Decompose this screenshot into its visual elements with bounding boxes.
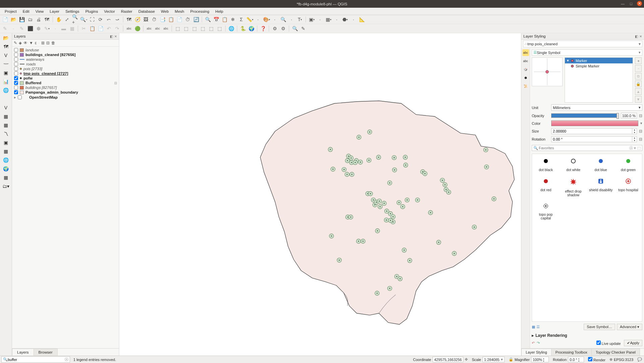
scale-box[interactable]: 1:284085 ▾ [482, 357, 505, 362]
toolbar-button[interactable]: abc [125, 25, 133, 32]
toolbar-button[interactable]: 🖼 [142, 16, 149, 23]
toolbar-button[interactable]: 📄 [176, 16, 183, 23]
layer-row[interactable]: waterways [13, 57, 118, 62]
left-strip-button[interactable]: 📊 [2, 78, 10, 85]
favorite-symbol[interactable]: dot white [560, 154, 587, 174]
toolbar-button[interactable]: 📋 [88, 25, 96, 32]
layer-visibility-checkbox[interactable] [14, 62, 18, 66]
toolbar-button[interactable]: · [254, 16, 262, 23]
toolbar-button[interactable]: ⬚ [191, 25, 198, 32]
toolbar-button[interactable]: · [271, 16, 278, 23]
size-input[interactable]: ▴▾ [551, 128, 637, 134]
move-down-icon[interactable]: ▼ [635, 96, 642, 103]
favorites-grid[interactable]: dot blackdot whitedot bluedot greendot r… [532, 154, 642, 322]
left-strip-button[interactable]: ▣ [2, 69, 10, 76]
toolbar-button[interactable]: · [333, 16, 340, 23]
layer-row[interactable]: Buffered⊟ [13, 81, 118, 85]
layer-row[interactable]: tmp pois_cleaned [2727] [13, 71, 118, 76]
crs-icon[interactable]: ⊕ [609, 357, 613, 362]
toolbar-button[interactable]: 📏 [246, 16, 253, 23]
toolbar-button[interactable]: 🔄 [192, 16, 200, 23]
layer-visibility-checkbox[interactable] [14, 67, 18, 71]
layer-row[interactable]: buildings [827657] [13, 85, 118, 90]
toolbar-button[interactable]: 🗂 [26, 16, 34, 23]
layer-visibility-checkbox[interactable] [14, 71, 18, 75]
remove-symbol-layer-icon[interactable]: － [635, 65, 642, 72]
apply-button[interactable]: ✔Apply [624, 340, 642, 346]
left-strip-button[interactable]: 🗂▾ [2, 183, 10, 190]
toolbar-button[interactable]: 🔍 [279, 16, 287, 23]
toolbar-button[interactable]: ⟳ [97, 16, 104, 23]
toolbar-button[interactable]: ✋ [55, 16, 62, 23]
toolbar-button[interactable]: ❓ [259, 25, 267, 32]
toolbar-button[interactable]: ⏱ [184, 16, 191, 23]
toolbar-button[interactable]: ✎ [1, 25, 9, 32]
layer-row[interactable]: ▸OpenStreetMap [13, 95, 118, 100]
coord-box[interactable]: 429575,1663256 [433, 357, 464, 362]
symbol-tree[interactable]: ▾Marker Simple Marker [565, 57, 633, 103]
layer-row[interactable]: buildings_cleaned [827656] [13, 52, 118, 57]
toolbar-button[interactable]: 📂 [10, 16, 17, 23]
expand-icon[interactable]: ⊞ [41, 41, 45, 45]
right-tab[interactable]: Layer Styling [521, 349, 552, 356]
toolbar-button[interactable]: T [296, 16, 304, 23]
toolbar-button[interactable]: 🌍 [248, 25, 255, 32]
left-strip-button[interactable]: V [2, 52, 10, 59]
left-strip-button[interactable]: ▣ [2, 139, 10, 146]
toolbar-button[interactable]: ✎ [300, 25, 307, 32]
favorite-symbol[interactable]: dot blue [587, 154, 615, 174]
maximize-icon[interactable]: □ [629, 1, 634, 6]
toolbar-button[interactable]: 🐍 [239, 25, 247, 32]
undo-style-icon[interactable]: ↶ [532, 341, 535, 345]
toolbar-button[interactable]: 📄 [1, 16, 9, 23]
minimize-icon[interactable]: — [620, 1, 625, 6]
toolbar-button[interactable]: ⬚ [207, 25, 215, 32]
favorite-symbol[interactable]: topo pop capital [532, 199, 560, 222]
menu-project[interactable]: Project [2, 9, 19, 14]
magnifier-box[interactable]: 100%▴▾ [531, 357, 549, 362]
toolbar-button[interactable]: 🗺 [43, 16, 51, 23]
toolbar-button[interactable]: ⬚ [216, 25, 223, 32]
toolbar-button[interactable]: 🗺 [125, 16, 133, 23]
expression-icon[interactable]: ε [35, 41, 37, 45]
toolbar-button[interactable]: ⬚ [182, 25, 190, 32]
toolbar-button[interactable]: · [288, 16, 295, 23]
menu-processing[interactable]: Processing [188, 9, 212, 14]
panel-tab-layers[interactable]: Layers [12, 349, 34, 356]
toolbar-button[interactable]: ⚙ [271, 25, 278, 32]
menu-settings[interactable]: Settings [63, 9, 82, 14]
toolbar-button[interactable]: ⬚ [174, 25, 181, 32]
opacity-value[interactable]: 100.0 % [622, 114, 636, 118]
toolbar-button[interactable]: · [316, 16, 324, 23]
left-strip-button[interactable]: V [2, 104, 10, 111]
unit-selector[interactable]: Millimeters▾ [551, 104, 642, 111]
menu-vector[interactable]: Vector [101, 9, 118, 14]
close-icon[interactable]: ✕ [637, 1, 642, 6]
layer-row[interactable]: landuse [13, 48, 118, 52]
toolbar-button[interactable]: ↶ [105, 25, 113, 32]
panel-close-icon[interactable]: ✕ [639, 35, 642, 38]
panel-close-icon[interactable]: ✕ [114, 35, 117, 38]
toolbar-button[interactable]: 🔍 [291, 25, 299, 32]
toolbar-button[interactable]: abc [145, 25, 153, 32]
lock-icon[interactable]: 🔒 [509, 357, 513, 362]
move-up-icon[interactable]: ▲ [635, 88, 642, 95]
toolbar-button[interactable]: 🔍- [80, 16, 87, 23]
toolbar-button[interactable]: 🔍 [204, 16, 211, 23]
toolbar-button[interactable]: ⏱ [150, 16, 158, 23]
styling-tab[interactable]: 🎲 [522, 66, 529, 73]
style-icon[interactable]: ✎ [14, 41, 17, 45]
render-checkbox[interactable]: Render [588, 357, 605, 362]
opacity-slider[interactable] [551, 113, 619, 118]
lock-symbol-layer-icon[interactable]: 🔒 [635, 81, 642, 87]
layer-rendering-header[interactable]: ▸Layer Rendering [532, 333, 642, 338]
left-strip-button[interactable]: ▦ [2, 121, 10, 129]
messages-icon[interactable]: 💬 [637, 357, 642, 362]
toolbar-button[interactable]: ⛶ [88, 16, 96, 23]
layer-visibility-checkbox[interactable] [14, 90, 18, 94]
toolbar-button[interactable]: · [10, 25, 17, 32]
list-view-icon[interactable]: ☰ [536, 325, 540, 329]
left-strip-button[interactable]: 〽 [2, 130, 10, 138]
favorite-symbol[interactable]: dot green [615, 154, 642, 174]
collapse-icon[interactable]: ⊟ [46, 41, 50, 45]
